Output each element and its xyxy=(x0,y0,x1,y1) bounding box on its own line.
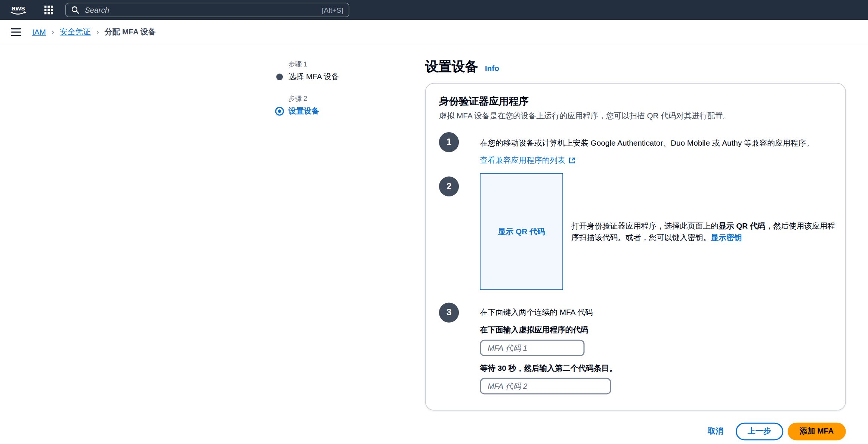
content-panel: 设置设备 Info 身份验证器应用程序 虚拟 MFA 设备是在您的设备上运行的应… xyxy=(425,44,846,441)
search-bar[interactable]: [Alt+S] xyxy=(65,3,349,17)
previous-button[interactable]: 上一步 xyxy=(735,423,783,440)
qr-text-part1: 打开身份验证器应用程序，选择此页面上的 xyxy=(571,221,719,230)
wizard-steps-nav: 步骤 1 选择 MFA 设备 步骤 2 设置设备 xyxy=(275,44,425,441)
external-link-icon xyxy=(568,156,576,164)
page-title: 设置设备 xyxy=(425,58,478,75)
cancel-button[interactable]: 取消 xyxy=(702,424,729,439)
card-heading: 身份验证器应用程序 xyxy=(439,94,832,108)
menu-icon[interactable] xyxy=(11,26,21,38)
search-shortcut-hint: [Alt+S] xyxy=(322,6,343,14)
breadcrumb: IAM › 安全凭证 › 分配 MFA 设备 xyxy=(0,20,868,44)
show-qr-code-label: 显示 QR 代码 xyxy=(498,227,545,237)
show-secret-key-link[interactable]: 显示密钥 xyxy=(711,233,742,242)
wizard-step-2[interactable]: 步骤 2 设置设备 xyxy=(275,94,425,116)
breadcrumb-link-security-credentials[interactable]: 安全凭证 xyxy=(60,27,91,37)
breadcrumb-separator-icon: › xyxy=(96,27,99,37)
aws-logo[interactable]: aws xyxy=(9,4,28,16)
qr-text-bold: 显示 QR 代码 xyxy=(719,221,766,230)
instruction-step-2: 2 显示 QR 代码 打开身份验证器应用程序，选择此页面上的显示 QR 代码，然… xyxy=(439,177,832,290)
step-3-number-badge: 3 xyxy=(439,302,459,322)
compatible-apps-link[interactable]: 查看兼容应用程序的列表 xyxy=(480,155,575,165)
authenticator-app-card: 身份验证器应用程序 虚拟 MFA 设备是在您的设备上运行的应用程序，您可以扫描 … xyxy=(425,83,846,410)
wizard-step-2-title: 设置设备 xyxy=(288,106,319,116)
step-1-text: 在您的移动设备或计算机上安装 Google Authenticator、Duo … xyxy=(480,132,832,148)
mfa-code-2-label: 等待 30 秒，然后输入第二个代码条目。 xyxy=(480,363,832,373)
qr-instructions-text: 打开身份验证器应用程序，选择此页面上的显示 QR 代码，然后使用该应用程序扫描该… xyxy=(571,220,837,243)
show-qr-code-button[interactable]: 显示 QR 代码 xyxy=(480,173,563,290)
mfa-code-2-input[interactable] xyxy=(480,378,611,394)
breadcrumb-link-iam[interactable]: IAM xyxy=(32,27,46,36)
aws-logo-icon: aws xyxy=(9,4,28,16)
step-3-intro-text: 在下面键入两个连续的 MFA 代码 xyxy=(480,308,832,318)
add-mfa-button[interactable]: 添加 MFA xyxy=(788,423,846,440)
svg-text:aws: aws xyxy=(12,4,25,12)
search-input[interactable] xyxy=(84,5,318,15)
search-icon xyxy=(71,6,79,14)
instruction-step-1: 1 在您的移动设备或计算机上安装 Google Authenticator、Du… xyxy=(439,132,832,165)
step-1-number-badge: 1 xyxy=(439,132,459,152)
wizard-step-1-title: 选择 MFA 设备 xyxy=(288,72,339,82)
step-2-number-badge: 2 xyxy=(439,177,459,196)
wizard-step-1[interactable]: 步骤 1 选择 MFA 设备 xyxy=(275,60,425,82)
footer-actions: 取消 上一步 添加 MFA xyxy=(425,423,846,440)
step-bullet-visited-icon xyxy=(276,74,283,80)
card-description: 虚拟 MFA 设备是在您的设备上运行的应用程序，您可以扫描 QR 代码对其进行配… xyxy=(439,111,832,121)
info-link[interactable]: Info xyxy=(485,63,499,72)
compatible-apps-link-label: 查看兼容应用程序的列表 xyxy=(480,155,565,165)
topbar: aws [Alt+S] xyxy=(0,0,868,20)
mfa-code-1-label: 在下面输入虚拟应用程序的代码 xyxy=(480,325,832,335)
breadcrumb-separator-icon: › xyxy=(52,27,54,37)
apps-grid-icon[interactable] xyxy=(44,6,53,15)
mfa-code-1-input[interactable] xyxy=(480,340,584,356)
breadcrumb-current-page: 分配 MFA 设备 xyxy=(105,27,156,37)
main-content: 步骤 1 选择 MFA 设备 步骤 2 设置设备 设置设备 Info xyxy=(0,44,868,441)
step-bullet-active-icon xyxy=(275,107,284,116)
instruction-step-3: 3 在下面键入两个连续的 MFA 代码 在下面输入虚拟应用程序的代码 等待 30… xyxy=(439,302,832,394)
wizard-step-2-label: 步骤 2 xyxy=(288,94,425,103)
wizard-step-1-label: 步骤 1 xyxy=(288,60,425,69)
